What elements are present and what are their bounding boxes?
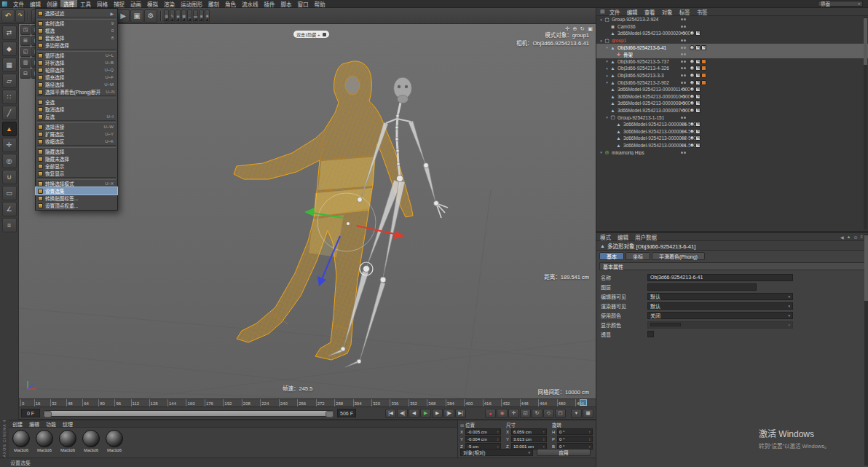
palette-icon[interactable]: ⊟: [20, 68, 31, 79]
playback-options-button[interactable]: ▾: [571, 409, 582, 418]
tex-tag-icon[interactable]: [695, 108, 701, 113]
weight-tag-icon[interactable]: [701, 59, 706, 64]
coordinate-input[interactable]: 0 °↕: [557, 436, 593, 442]
material-item[interactable]: Mat3d6: [59, 430, 76, 452]
hud-toggle-button[interactable]: ▦: [583, 409, 593, 418]
record-keyframe-button[interactable]: ●: [485, 409, 496, 418]
material-menu-item[interactable]: 功能: [46, 420, 56, 428]
object-manager-menu-item[interactable]: 编辑: [627, 8, 638, 16]
viewport-solo-icon[interactable]: ◎: [2, 154, 17, 168]
convert-editable-icon[interactable]: ⇄: [2, 25, 17, 40]
tree-row[interactable]: 3d66Model-9254213-0000007-500: [596, 107, 868, 114]
material-menu-item[interactable]: 纹理: [63, 420, 73, 428]
material-item[interactable]: Mat3d6: [82, 430, 100, 452]
coordinate-input[interactable]: 6.059 cm↕: [511, 428, 547, 435]
menu-item[interactable]: 选择过滤 ▶: [36, 9, 117, 17]
menu-item[interactable]: 反选 U~I: [36, 113, 117, 120]
expand-caret-icon[interactable]: [604, 59, 609, 63]
spinner-icon[interactable]: ↕: [497, 444, 500, 449]
object-manager-menu-item[interactable]: 查看: [644, 8, 655, 16]
menubar-item[interactable]: 流水线: [239, 0, 261, 7]
visibility-dots[interactable]: [681, 95, 686, 98]
visibility-dots[interactable]: [681, 25, 686, 28]
phong-tag-icon[interactable]: [690, 122, 695, 127]
field-value[interactable]: ▾: [647, 283, 757, 291]
material-item[interactable]: Mat3d6: [106, 430, 123, 452]
visibility-dots[interactable]: [681, 88, 686, 90]
start-frame-field[interactable]: 0 F: [21, 409, 40, 417]
palette-icon[interactable]: ▥: [20, 58, 31, 68]
visibility-dots[interactable]: [681, 130, 686, 133]
tex-tag-icon[interactable]: [695, 87, 701, 92]
menu-item[interactable]: 套索选择 8: [36, 34, 117, 42]
phong-tag-icon[interactable]: [690, 143, 695, 148]
tex-tag-icon[interactable]: [695, 101, 701, 106]
menubar-item[interactable]: 工具: [77, 0, 94, 7]
menu-item[interactable]: 转换贴图标签...: [36, 195, 117, 202]
phong-tag-icon[interactable]: [690, 94, 695, 99]
tex-tag-icon[interactable]: [695, 136, 701, 141]
enable-axis-icon[interactable]: ✛: [2, 138, 17, 152]
visibility-dots[interactable]: [681, 102, 686, 104]
visibility-dots[interactable]: [681, 32, 686, 34]
key-position-button[interactable]: ✛: [508, 409, 519, 418]
end-frame-field[interactable]: 506 F: [337, 409, 356, 417]
tree-row[interactable]: 3d66Model-9254213-0000020-500: [596, 30, 868, 37]
menu-item[interactable]: 设置选集: [36, 187, 117, 195]
coordinate-space-select[interactable]: 对象(相对): [460, 449, 533, 456]
menu-item[interactable]: 框选 0: [36, 27, 117, 34]
field-value[interactable]: 默认▾: [647, 302, 793, 310]
menubar-item[interactable]: 捕捉: [111, 0, 127, 7]
menubar-item[interactable]: 编辑: [27, 0, 44, 7]
array-generator-icon[interactable]: ▩: [181, 9, 186, 23]
menu-item[interactable]: 扩展选区 U~Y: [36, 130, 117, 138]
menu-item[interactable]: 路径选择 U~M: [36, 81, 117, 88]
panel-menu-icon[interactable]: ≡: [860, 235, 863, 240]
visibility-dots[interactable]: [681, 123, 686, 125]
object-manager-menu-item[interactable]: 标签: [679, 8, 690, 16]
tex-tag-icon[interactable]: [695, 45, 701, 50]
tex-tag-icon[interactable]: [695, 122, 701, 127]
menu-item[interactable]: 循环选择 U~L: [36, 52, 117, 59]
menu-item[interactable]: 选择连接 U~W: [36, 123, 117, 130]
render-region-icon[interactable]: ▣: [130, 9, 143, 23]
material-menu-item[interactable]: 创建: [12, 420, 23, 428]
prev-key-button[interactable]: ◀|: [397, 409, 408, 418]
object-manager-scrollbar[interactable]: [864, 17, 867, 229]
key-pla-button[interactable]: ▢: [555, 409, 566, 418]
autokey-button[interactable]: ◉: [497, 409, 508, 418]
menubar-item[interactable]: 插件: [261, 0, 278, 7]
expand-caret-icon[interactable]: [604, 115, 609, 119]
visibility-dots[interactable]: [681, 109, 686, 111]
nav-back-icon[interactable]: ◀: [840, 235, 844, 240]
phong-tag-icon[interactable]: [690, 80, 695, 85]
material-preview[interactable]: [82, 430, 100, 447]
camera-object-icon[interactable]: ◙: [199, 9, 204, 23]
attribute-tab[interactable]: 基本: [599, 252, 624, 260]
menu-item[interactable]: 环状选择 U~B: [36, 59, 117, 66]
menu-item[interactable]: 转换选择模式 U~X: [36, 180, 117, 187]
menubar-item[interactable]: 窗口: [295, 0, 312, 7]
phong-tag-icon[interactable]: [690, 45, 695, 50]
object-manager-menu-item[interactable]: 书签: [697, 8, 708, 16]
attribute-menu-item[interactable]: 用户数据: [635, 233, 657, 241]
menu-item[interactable]: 填充选择 U~F: [36, 74, 117, 81]
spinner-icon[interactable]: ↕: [543, 444, 545, 449]
visibility-dots[interactable]: [681, 117, 686, 119]
visibility-dots[interactable]: [681, 137, 686, 139]
menubar-item[interactable]: 选择: [60, 0, 77, 7]
attribute-manager-scrollbar[interactable]: [864, 234, 868, 466]
object-manager-menu-item[interactable]: 对象: [662, 8, 673, 16]
model-mode-icon[interactable]: ◆: [2, 42, 17, 56]
material-item[interactable]: Mat3d6: [12, 430, 30, 452]
tree-row[interactable]: Obj3d66-9254213-5-737: [596, 58, 868, 66]
visibility-dots[interactable]: [681, 144, 686, 146]
tree-row[interactable]: 3d66Model-9254213-0000004-500: [596, 128, 868, 136]
menubar-item[interactable]: 模拟: [144, 0, 161, 7]
play-button[interactable]: ▶: [420, 409, 431, 418]
menu-item[interactable]: 隐藏未选择: [36, 155, 117, 162]
palette-icon[interactable]: ◳: [20, 25, 31, 35]
phong-tag-icon[interactable]: [690, 136, 695, 141]
object-manager-menu-item[interactable]: 文件: [609, 8, 620, 16]
visibility-dots[interactable]: [681, 67, 686, 69]
